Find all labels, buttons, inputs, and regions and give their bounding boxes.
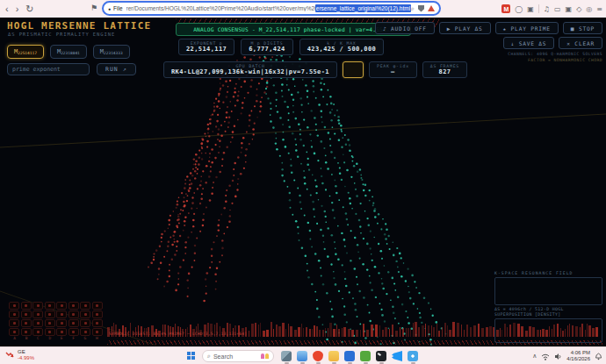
audio-toggle-button[interactable]: ♪ AUDIO OFF (375, 22, 435, 34)
url-path-text: rer/Documents/HOGL%20Lattice%20Prime%20A… (126, 5, 315, 11)
matrix-cell[interactable] (69, 328, 79, 336)
barcode-bar (288, 324, 289, 337)
barcode-bar (444, 323, 446, 337)
extension-panel-icon[interactable]: ▣ (527, 5, 534, 13)
task-view-icon[interactable] (281, 351, 292, 361)
stop-button[interactable]: ■ STOP (563, 22, 602, 34)
bookmark-icon[interactable]: ⚑ (90, 4, 97, 12)
barcode-bar (400, 327, 400, 337)
extension-circle-icon[interactable]: ◯ (515, 5, 523, 13)
taskbar-clock[interactable]: 4:06 PM 4/16/2026 (566, 350, 590, 362)
reading-list-icon[interactable]: ▣ (566, 5, 573, 13)
barcode-bar (395, 331, 398, 337)
save-ds-button[interactable]: ↓ SAVE ΔS (503, 37, 555, 49)
matrix-cell[interactable] (21, 319, 32, 327)
rewards-icon[interactable]: ◎ (586, 5, 592, 13)
phone-link-icon[interactable] (344, 351, 355, 361)
barcode-bar (478, 324, 480, 337)
barcode-bar (428, 325, 429, 337)
forward-icon[interactable]: › (16, 4, 19, 14)
matrix-cell[interactable] (92, 302, 103, 310)
barcode-bar (389, 329, 390, 337)
brave-browser-icon[interactable] (313, 351, 323, 361)
media-controls-icon[interactable]: ♫ (544, 5, 550, 13)
matrix-cell[interactable] (9, 310, 19, 318)
matrix-cell[interactable] (69, 319, 79, 327)
matrix-cell[interactable] (92, 310, 103, 318)
vscode-icon[interactable] (392, 351, 402, 361)
barcode-bar (251, 324, 254, 337)
stat-box: PEAK φ-idx— (369, 61, 417, 78)
matrix-cell[interactable] (92, 319, 103, 327)
matrix-cell[interactable] (56, 310, 67, 318)
mersenne-chip[interactable]: M22314333 (93, 45, 130, 59)
matrix-cell[interactable] (80, 319, 90, 327)
matrix-cell[interactable] (9, 319, 19, 327)
warning-triangle-icon[interactable] (428, 5, 435, 11)
green-app-icon[interactable] (360, 351, 371, 361)
barcode-bar (366, 330, 369, 337)
matrix-cell[interactable] (56, 319, 67, 327)
wallet-icon[interactable]: ◇ (576, 5, 581, 13)
matrix-cell[interactable] (80, 302, 90, 310)
matrix-cell[interactable] (80, 310, 90, 318)
barcode-bar (309, 329, 311, 337)
zoom-icon[interactable]: ⌕ (411, 5, 415, 12)
barcode-bar (431, 325, 432, 338)
reload-icon[interactable]: ↻ (25, 4, 33, 14)
back-icon[interactable]: ‹ (5, 4, 9, 14)
matrix-cell[interactable] (69, 310, 79, 318)
matrix-cell[interactable] (45, 302, 55, 310)
superposition-density-box (494, 318, 602, 343)
file-explorer-icon[interactable] (328, 351, 339, 361)
photos-icon[interactable] (408, 351, 418, 361)
wifi-icon[interactable] (541, 353, 550, 360)
matrix-cell[interactable] (21, 328, 32, 336)
extension-m-icon[interactable]: M (501, 4, 510, 13)
blue-app-icon[interactable] (297, 351, 307, 361)
matrix-cell[interactable] (9, 328, 19, 336)
matrix-cell[interactable] (45, 328, 55, 336)
matrix-cell[interactable] (32, 310, 43, 318)
matrix-cell[interactable] (69, 302, 79, 310)
menu-icon[interactable]: ≡ (596, 5, 602, 13)
play-prime-button[interactable]: ★ PLAY PRIME (495, 22, 559, 34)
matrix-cell[interactable] (32, 302, 43, 310)
matrix-cell[interactable] (45, 319, 55, 327)
run-button[interactable]: RUN ↗ (97, 63, 136, 75)
matrix-cell[interactable] (92, 328, 103, 336)
url-selected-text: ersenne_lattice_original%20(12).html (315, 4, 411, 12)
matrix-cell[interactable] (56, 302, 67, 310)
matrix-cell[interactable] (80, 328, 90, 336)
channels-caption: CHANNELS: 4096 Q-HARMONIC SOLVERS FACTOR… (508, 52, 602, 64)
terminal-icon[interactable] (376, 351, 386, 361)
gpu-indicator-chip[interactable] (343, 61, 364, 78)
stock-widget[interactable]: GE -4.99% (5, 349, 34, 360)
stats-row-primary: EXPONENT p22,514,117M_p DIGITS6,777,424k… (178, 39, 384, 55)
matrix-cell[interactable] (9, 302, 19, 310)
play-ds-button[interactable]: ▶ PLAY ΔS (439, 22, 491, 34)
matrix-cell[interactable] (32, 319, 43, 327)
address-bar[interactable]: ● File rer/Documents/HOGL%20Lattice%20Pr… (102, 1, 441, 16)
matrix-letter: G (84, 336, 87, 340)
matrix-cell[interactable] (32, 328, 43, 336)
clear-button[interactable]: ✕ CLEAR (559, 37, 602, 49)
tray-chevron-icon[interactable]: ∧ (532, 353, 537, 360)
taskbar-search[interactable]: ⌕ Search (202, 350, 274, 362)
channels-line: CHANNELS: 4096 Q-HARMONIC SOLVERS (508, 52, 602, 58)
start-button[interactable] (187, 352, 196, 360)
transport-button-row-1: ♪ AUDIO OFF▶ PLAY ΔS★ PLAY PRIME■ STOP (375, 22, 602, 34)
stat-value: — (377, 68, 409, 75)
matrix-cell[interactable] (21, 310, 32, 318)
shield-icon[interactable] (418, 5, 424, 12)
barcode-bar (410, 328, 411, 337)
matrix-cell[interactable] (45, 310, 55, 318)
mersenne-chip[interactable]: M22318841 (50, 45, 87, 59)
notification-bell-icon[interactable] (595, 352, 602, 360)
sidebar-icon[interactable]: ▭ (554, 5, 561, 13)
mersenne-chip[interactable]: M22514117 (7, 45, 44, 59)
matrix-cell[interactable] (56, 328, 67, 336)
matrix-cell[interactable] (21, 302, 32, 310)
volume-icon[interactable] (554, 353, 562, 360)
prime-exponent-input[interactable] (7, 63, 90, 75)
